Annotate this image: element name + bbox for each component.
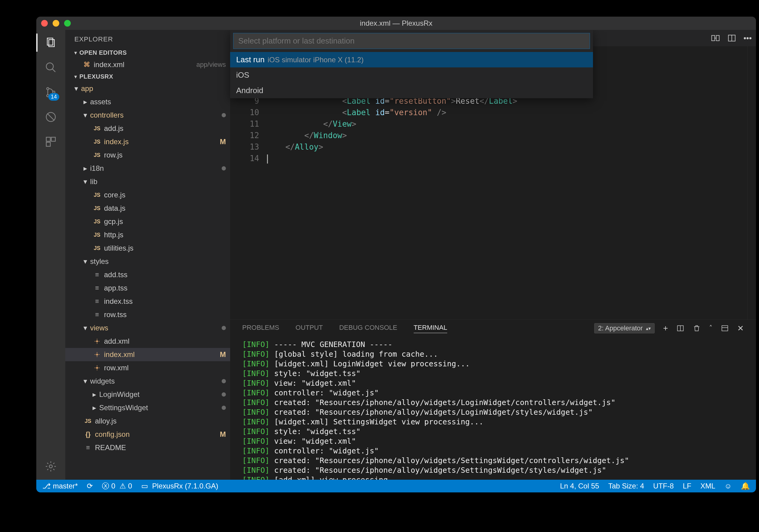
close-panel-icon[interactable]: ✕: [737, 324, 744, 333]
cursor-pos[interactable]: Ln 4, Col 55: [560, 482, 599, 490]
quick-item-last-run[interactable]: Last runiOS simulator iPhone X (11.2): [230, 52, 593, 67]
chevron-down-icon: [83, 111, 90, 119]
terminal[interactable]: [INFO] ----- MVC GENERATION -----[INFO] …: [230, 337, 756, 480]
folder-styles[interactable]: styles: [65, 255, 230, 268]
folder-controllers[interactable]: controllers: [65, 108, 230, 122]
quick-input[interactable]: [233, 33, 590, 49]
feedback-icon[interactable]: ☺: [724, 482, 732, 490]
open-editors-header[interactable]: OPEN EDITORS: [65, 48, 230, 58]
split-terminal-icon[interactable]: [676, 324, 684, 332]
new-terminal-icon[interactable]: +: [663, 323, 668, 333]
panel-tab-terminal[interactable]: TERMINAL: [414, 324, 447, 333]
minimap[interactable]: [747, 46, 756, 320]
settings-icon[interactable]: [44, 459, 58, 474]
file-data.js[interactable]: JSdata.js: [65, 202, 230, 215]
open-editor-item[interactable]: ⌘index.xmlapp/views: [65, 58, 230, 71]
panel-tab-debug-console[interactable]: DEBUG CONSOLE: [339, 324, 397, 333]
titlebar: index.xml — PlexusRx: [36, 17, 756, 30]
json-icon: {}: [83, 431, 93, 438]
folder-app[interactable]: app: [65, 82, 230, 95]
file-app.tss[interactable]: ≡app.tss: [65, 282, 230, 295]
file-add.xml[interactable]: add.xml: [65, 335, 230, 348]
file-row.js[interactable]: JSrow.js: [65, 148, 230, 162]
minimize-dot[interactable]: [53, 20, 59, 26]
svg-point-13: [96, 354, 98, 356]
maximize-panel-icon[interactable]: [721, 324, 729, 332]
file-http.js[interactable]: JShttp.js: [65, 228, 230, 242]
svg-rect-9: [52, 137, 55, 141]
xml-icon: [93, 352, 101, 358]
panel-tab-output[interactable]: OUTPUT: [296, 324, 323, 333]
file-index.js[interactable]: JSindex.jsM: [65, 135, 230, 148]
svg-line-3: [52, 69, 55, 72]
folder-widgets[interactable]: widgets: [65, 374, 230, 388]
chevron-right-icon: [93, 390, 99, 399]
txt-icon: ≡: [93, 284, 101, 292]
file-add.tss[interactable]: ≡add.tss: [65, 268, 230, 282]
eol[interactable]: LF: [683, 482, 691, 490]
svg-rect-15: [711, 35, 715, 41]
txt-icon: ≡: [93, 271, 101, 279]
panel: PROBLEMSOUTPUTDEBUG CONSOLETERMINAL 2: A…: [230, 320, 756, 480]
project-header[interactable]: PLEXUSRX: [65, 71, 230, 82]
file-core.js[interactable]: JScore.js: [65, 188, 230, 202]
debug-icon[interactable]: [44, 110, 58, 124]
compare-icon[interactable]: [711, 34, 720, 43]
kill-terminal-icon[interactable]: [693, 324, 700, 332]
split-editor-icon[interactable]: [727, 34, 736, 43]
errors-item[interactable]: ⓧ 0 ⚠ 0: [102, 481, 132, 491]
scm-icon[interactable]: 14: [44, 85, 58, 99]
terminal-picker[interactable]: 2: Appcelerator▴▾: [594, 323, 655, 333]
file-index.xml[interactable]: index.xmlM: [65, 348, 230, 361]
file-utilities.js[interactable]: JSutilities.js: [65, 242, 230, 255]
file-row.xml[interactable]: row.xml: [65, 361, 230, 374]
folder-views[interactable]: views: [65, 321, 230, 335]
untracked-dot: [222, 166, 226, 171]
status-bar: ⎇ master* ⟳ ⓧ 0 ⚠ 0 ▭ PlexusRx (7.1.0.GA…: [36, 480, 756, 492]
untracked-dot: [222, 392, 226, 397]
file-gcp.js[interactable]: JSgcp.js: [65, 215, 230, 228]
folder-i18n[interactable]: i18n: [65, 162, 230, 175]
panel-tab-problems[interactable]: PROBLEMS: [242, 324, 279, 333]
file-config.json[interactable]: {}config.jsonM: [65, 428, 230, 441]
sync-item[interactable]: ⟳: [87, 482, 93, 490]
panel-up-icon[interactable]: ˄: [709, 324, 712, 332]
xml-icon: [93, 365, 101, 371]
file-row.tss[interactable]: ≡row.tss: [65, 308, 230, 321]
folder-LoginWidget[interactable]: LoginWidget: [65, 388, 230, 401]
quick-item-ios[interactable]: iOS: [230, 67, 593, 83]
sidebar-title: EXPLORER: [65, 30, 230, 48]
folder-assets[interactable]: assets: [65, 95, 230, 108]
search-icon[interactable]: [44, 60, 58, 75]
sidebar: EXPLORER OPEN EDITORS ⌘index.xmlapp/view…: [65, 30, 230, 480]
svg-rect-21: [722, 325, 728, 331]
explorer-icon[interactable]: [44, 35, 58, 50]
js-icon: JS: [83, 418, 93, 424]
file-add.js[interactable]: JSadd.js: [65, 122, 230, 135]
notifications-icon[interactable]: 🔔: [741, 482, 750, 490]
quick-item-android[interactable]: Android: [230, 83, 593, 98]
language[interactable]: XML: [700, 482, 715, 490]
tab-size[interactable]: Tab Size: 4: [608, 482, 644, 490]
chevron-right-icon: [83, 164, 90, 172]
close-dot[interactable]: [41, 20, 48, 26]
file-index.tss[interactable]: ≡index.tss: [65, 295, 230, 308]
js-icon: JS: [93, 126, 101, 132]
extensions-icon[interactable]: [44, 134, 58, 149]
file-alloy.js[interactable]: JSalloy.js: [65, 414, 230, 428]
panel-tabs: PROBLEMSOUTPUTDEBUG CONSOLETERMINAL 2: A…: [230, 320, 756, 337]
encoding[interactable]: UTF-8: [653, 482, 674, 490]
file-README[interactable]: ≡README: [65, 441, 230, 454]
project-item[interactable]: ▭ PlexusRx (7.1.0.GA): [141, 482, 218, 490]
zoom-dot[interactable]: [64, 20, 71, 26]
svg-rect-0: [47, 38, 53, 45]
untracked-dot: [222, 113, 226, 117]
folder-SettingsWidget[interactable]: SettingsWidget: [65, 401, 230, 414]
chevron-right-icon: [83, 97, 90, 106]
branch-item[interactable]: ⎇ master*: [42, 482, 78, 490]
folder-lib[interactable]: lib: [65, 175, 230, 188]
js-icon: JS: [93, 205, 101, 211]
more-icon[interactable]: •••: [743, 34, 752, 43]
chevron-down-icon: [83, 257, 90, 266]
window-title: index.xml — PlexusRx: [360, 19, 432, 27]
